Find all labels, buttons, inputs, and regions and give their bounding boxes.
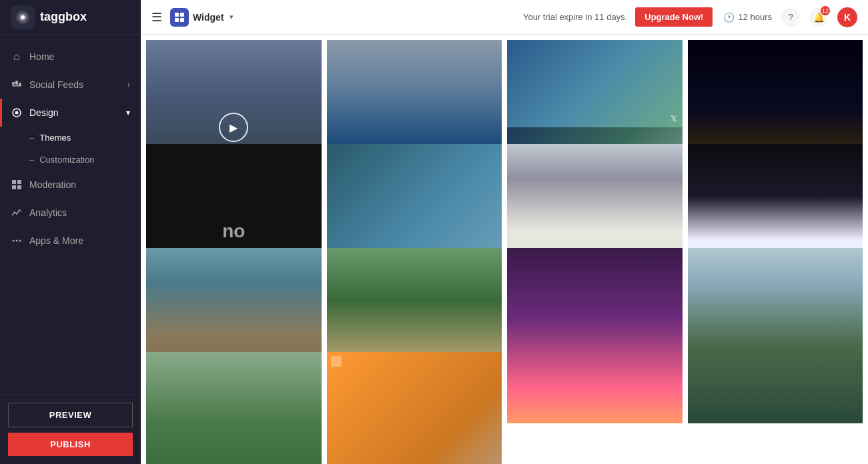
- design-sub-items: Themes Customization: [0, 127, 141, 171]
- svg-rect-11: [12, 185, 16, 189]
- main-content: ☰ Widget ▾ Your trial expire in 11 days.…: [141, 0, 868, 464]
- analytics-icon: [11, 207, 23, 219]
- svg-rect-19: [180, 18, 184, 22]
- header: ☰ Widget ▾ Your trial expire in 11 days.…: [141, 0, 868, 35]
- time-label: 12 hours: [738, 12, 772, 22]
- notifications-button[interactable]: 🔔 12: [809, 8, 828, 27]
- logo-icon: [11, 5, 35, 29]
- svg-point-8: [15, 111, 19, 115]
- play-icon: ▶: [219, 113, 248, 142]
- help-button[interactable]: ?: [781, 8, 800, 27]
- moderation-icon: [11, 179, 23, 191]
- social-feeds-icon: [11, 79, 23, 91]
- gallery-item-14[interactable]: [688, 248, 863, 423]
- sidebar-nav: ⌂ Home Social Feeds › Design ▾ Themes Cu…: [0, 35, 141, 394]
- logo-text: taggbox: [40, 10, 87, 24]
- sidebar-item-design[interactable]: Design ▾: [0, 99, 141, 127]
- publish-button[interactable]: PUBLISH: [8, 433, 133, 456]
- svg-point-15: [19, 240, 21, 242]
- social-feeds-chevron-icon: ›: [127, 80, 130, 89]
- themes-label: Themes: [39, 133, 71, 143]
- image-gallery: ▶ 𝕏 𝕏 𝕏 𝕏 𝕏 no 𝕏: [141, 35, 868, 464]
- widget-selector[interactable]: Widget ▾: [170, 8, 234, 27]
- time-badge: 🕐 12 hours: [723, 12, 772, 23]
- gallery-item-13[interactable]: [507, 248, 683, 423]
- clock-icon: 🕐: [723, 12, 735, 23]
- widget-label: Widget: [193, 12, 224, 23]
- sidebar-item-apps-more[interactable]: Apps & More: [0, 227, 141, 255]
- help-icon: ?: [788, 12, 793, 22]
- sidebar-item-design-label: Design: [29, 107, 59, 118]
- home-icon: ⌂: [11, 51, 23, 63]
- design-icon: [11, 107, 23, 119]
- sidebar-item-themes[interactable]: Themes: [0, 127, 141, 149]
- svg-rect-17: [180, 13, 184, 17]
- design-chevron-icon: ▾: [126, 108, 130, 117]
- menu-icon[interactable]: ☰: [151, 10, 162, 25]
- svg-rect-6: [12, 85, 21, 87]
- sidebar-item-home[interactable]: ⌂ Home: [0, 43, 141, 71]
- svg-rect-16: [175, 13, 179, 17]
- svg-rect-18: [175, 18, 179, 22]
- svg-rect-10: [17, 180, 21, 184]
- svg-rect-12: [17, 185, 21, 189]
- preview-button[interactable]: PREVIEW: [8, 403, 133, 427]
- logo-area: taggbox: [0, 0, 141, 35]
- widget-chevron-icon: ▾: [230, 13, 234, 21]
- customization-label: Customization: [39, 155, 94, 165]
- svg-rect-4: [15, 81, 18, 85]
- sidebar-item-social-feeds[interactable]: Social Feeds ›: [0, 71, 141, 99]
- trial-text: Your trial expire in 11 days.: [523, 12, 627, 22]
- sidebar-item-apps-more-label: Apps & More: [29, 235, 83, 246]
- avatar[interactable]: K: [837, 7, 857, 27]
- sidebar-item-social-feeds-label: Social Feeds: [29, 79, 83, 90]
- svg-point-2: [21, 15, 25, 19]
- header-actions: 🕐 12 hours ? 🔔 12 K: [723, 7, 857, 27]
- svg-point-13: [13, 240, 15, 242]
- sidebar-item-customization[interactable]: Customization: [0, 149, 141, 171]
- gallery-item-15[interactable]: [146, 352, 322, 464]
- sidebar-item-moderation[interactable]: Moderation: [0, 171, 141, 199]
- sidebar: taggbox ⌂ Home Social Feeds › Design ▾ T…: [0, 0, 141, 464]
- sidebar-item-analytics[interactable]: Analytics: [0, 199, 141, 227]
- svg-rect-3: [12, 82, 15, 85]
- gallery-item-16[interactable]: [327, 352, 502, 464]
- apps-more-icon: [11, 235, 23, 247]
- notification-count-badge: 12: [821, 6, 830, 15]
- widget-icon: [170, 8, 189, 27]
- sidebar-actions: PREVIEW PUBLISH: [0, 394, 141, 464]
- svg-rect-9: [12, 180, 16, 184]
- svg-point-14: [16, 240, 18, 242]
- sidebar-item-analytics-label: Analytics: [29, 207, 67, 218]
- sidebar-item-moderation-label: Moderation: [29, 179, 76, 190]
- sidebar-item-home-label: Home: [29, 51, 54, 62]
- upgrade-button[interactable]: Upgrade Now!: [635, 7, 713, 27]
